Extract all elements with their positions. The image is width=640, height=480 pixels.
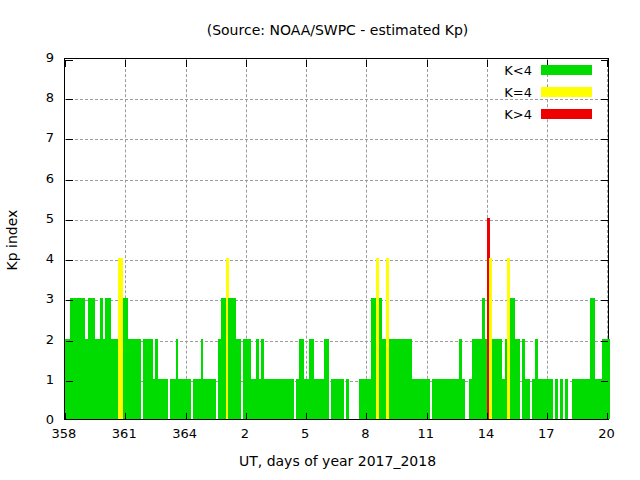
kp-bar — [326, 339, 329, 419]
x-gridline — [186, 59, 187, 419]
x-gridline — [427, 59, 428, 419]
y-gridline — [65, 300, 608, 301]
x-tick-label: 364 — [160, 426, 210, 441]
tick-mark — [601, 139, 608, 140]
kp-bar — [213, 379, 216, 419]
tick-mark — [66, 381, 73, 382]
y-gridline — [65, 139, 608, 140]
tick-mark — [601, 341, 608, 342]
y-tick-label: 5 — [14, 211, 54, 227]
legend-row: K=4 — [504, 81, 592, 103]
tick-mark — [306, 60, 307, 67]
tick-mark — [246, 413, 247, 420]
x-gridline — [306, 59, 307, 419]
x-tick-label: 14 — [461, 426, 511, 441]
tick-mark — [66, 341, 73, 342]
x-tick-label: 20 — [581, 426, 631, 441]
tick-mark — [601, 180, 608, 181]
tick-mark — [601, 99, 608, 100]
kp-bar — [238, 339, 241, 419]
tick-mark — [366, 60, 367, 67]
legend-row: K<4 — [504, 59, 592, 81]
tick-mark — [427, 60, 428, 67]
kp-bar — [346, 379, 349, 419]
x-tick-label: 5 — [280, 426, 330, 441]
kp-bar — [560, 379, 563, 419]
kp-bar — [565, 379, 568, 419]
tick-mark — [125, 413, 126, 420]
legend-row: K>4 — [504, 103, 592, 125]
tick-mark — [601, 60, 608, 61]
x-tick-label: 11 — [401, 426, 451, 441]
y-tick-label: 6 — [14, 171, 54, 187]
kp-bar — [341, 379, 344, 419]
tick-mark — [65, 60, 66, 67]
chart-title: (Source: NOAA/SWPC - estimated Kp) — [65, 22, 610, 38]
x-gridline — [366, 59, 367, 419]
x-tick-label: 8 — [340, 426, 390, 441]
tick-mark — [487, 413, 488, 420]
tick-mark — [601, 260, 608, 261]
x-tick-label: 17 — [521, 426, 571, 441]
legend-label: K<4 — [504, 63, 532, 78]
legend-swatch — [541, 87, 592, 97]
tick-mark — [186, 413, 187, 420]
kp-bar — [517, 339, 520, 419]
x-tick-label: 361 — [99, 426, 149, 441]
tick-mark — [601, 419, 608, 420]
kp-bar — [188, 379, 191, 419]
tick-mark — [66, 180, 73, 181]
tick-mark — [66, 220, 73, 221]
tick-mark — [487, 60, 488, 67]
tick-mark — [607, 60, 608, 67]
tick-mark — [66, 99, 73, 100]
tick-mark — [427, 413, 428, 420]
plot-area: K<4K=4K>4 — [64, 58, 609, 420]
kp-bar — [165, 379, 168, 419]
x-tick-label: 2 — [220, 426, 270, 441]
kp-index-chart: (Source: NOAA/SWPC - estimated Kp) Kp in… — [0, 0, 640, 480]
y-gridline — [65, 220, 608, 221]
kp-bar — [550, 379, 553, 419]
tick-mark — [601, 300, 608, 301]
y-tick-label: 4 — [14, 251, 54, 267]
y-tick-label: 9 — [14, 50, 54, 66]
y-tick-label: 7 — [14, 130, 54, 146]
y-tick-label: 2 — [14, 332, 54, 348]
tick-mark — [125, 60, 126, 67]
kp-bar — [291, 379, 294, 419]
tick-mark — [66, 419, 73, 420]
kp-bar — [138, 339, 141, 419]
tick-mark — [66, 60, 73, 61]
y-tick-label: 3 — [14, 291, 54, 307]
tick-mark — [366, 413, 367, 420]
tick-mark — [547, 413, 548, 420]
tick-mark — [66, 260, 73, 261]
legend-label: K>4 — [504, 107, 532, 122]
kp-bar — [462, 379, 465, 419]
legend: K<4K=4K>4 — [504, 59, 592, 125]
legend-swatch — [541, 109, 592, 119]
legend-swatch — [541, 65, 592, 75]
tick-mark — [306, 413, 307, 420]
tick-mark — [601, 381, 608, 382]
kp-bar — [607, 339, 610, 419]
y-axis-title: Kp index — [4, 70, 20, 410]
tick-mark — [66, 139, 73, 140]
tick-mark — [601, 220, 608, 221]
kp-bar — [555, 379, 558, 419]
y-tick-label: 8 — [14, 90, 54, 106]
tick-mark — [246, 60, 247, 67]
y-gridline — [65, 260, 608, 261]
tick-mark — [66, 300, 73, 301]
y-gridline — [65, 180, 608, 181]
x-tick-label: 358 — [39, 426, 89, 441]
y-tick-label: 1 — [14, 372, 54, 388]
x-axis-title: UT, days of year 2017_2018 — [65, 453, 610, 469]
legend-label: K=4 — [504, 85, 532, 100]
tick-mark — [186, 60, 187, 67]
kp-bar — [527, 379, 530, 419]
